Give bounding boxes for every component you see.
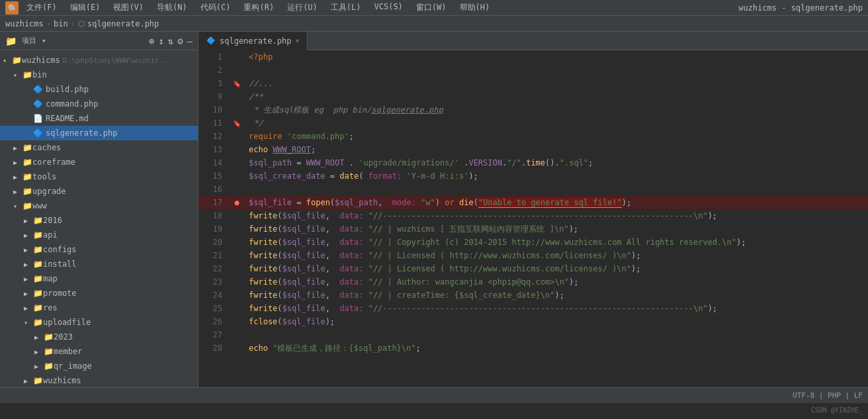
menu-help[interactable]: 帮助(H) bbox=[457, 1, 493, 15]
sidebar-settings-icon[interactable]: ⚙ bbox=[177, 36, 183, 46]
folder-icon: 📁 bbox=[22, 172, 32, 181]
arrow-icon: ▾ bbox=[13, 203, 22, 210]
tree-label: api bbox=[43, 230, 58, 240]
sidebar: 📁 项目 ▾ ⊕ ↕ ⇅ ⚙ — ▾ 📁 wuzhicms D:\phpStud… bbox=[0, 32, 198, 387]
tree-item-build[interactable]: 🔷 build.php bbox=[0, 82, 198, 97]
code-area[interactable]: 1 <?php 2 3 🔖 //... bbox=[198, 50, 868, 387]
table-row: 15 $sql_create_date = date( format: 'Y-m… bbox=[198, 169, 868, 183]
line-number: 25 bbox=[198, 302, 230, 315]
sidebar-dropdown-icon[interactable]: ▾ bbox=[42, 36, 46, 45]
line-content: //... bbox=[243, 77, 868, 90]
menu-view[interactable]: 视图(V) bbox=[110, 1, 146, 15]
sidebar-close-icon[interactable]: — bbox=[187, 36, 193, 46]
arrow-icon: ▶ bbox=[24, 304, 33, 312]
arrow-icon: ▶ bbox=[13, 144, 22, 152]
line-content: $sql_file = fopen($sql_path, mode: "w") … bbox=[243, 196, 868, 209]
folder-icon: 📁 bbox=[33, 230, 43, 240]
menu-refactor[interactable]: 重构(R) bbox=[241, 1, 277, 15]
folder-icon: 📁 bbox=[33, 318, 43, 327]
tree-item-api[interactable]: ▶ 📁 api bbox=[0, 228, 198, 242]
line-gutter bbox=[230, 64, 243, 77]
line-content: fwrite($sql_file, data: "// | Licensed (… bbox=[243, 262, 868, 275]
line-content: echo WWW_ROOT; bbox=[243, 143, 868, 156]
tree-item-uploadfile[interactable]: ▾ 📁 uploadfile bbox=[0, 315, 198, 330]
tree-item-2016[interactable]: ▶ 📁 2016 bbox=[0, 213, 198, 228]
breadcrumb-part3[interactable]: ⬡ bbox=[78, 19, 85, 28]
line-content: fwrite($sql_file, data: "//-------------… bbox=[243, 209, 868, 222]
tree-label: res bbox=[43, 303, 58, 312]
folder-icon: 📁 bbox=[22, 187, 32, 196]
tree-label: wuzhicms bbox=[43, 376, 81, 385]
sidebar-icon2[interactable]: ↕ bbox=[158, 36, 163, 46]
arrow-icon: ▾ bbox=[13, 71, 22, 79]
menu-code[interactable]: 代码(C) bbox=[198, 1, 234, 15]
line-content bbox=[243, 183, 868, 196]
tree-item-root[interactable]: ▾ 📁 wuzhicms D:\phpStudy\WWW\wuzhic... bbox=[0, 53, 198, 68]
line-content: $sql_create_date = date( format: 'Y-m-d … bbox=[243, 169, 868, 183]
tree-label: bin bbox=[32, 70, 47, 79]
arrow-icon: ▶ bbox=[13, 173, 22, 181]
folder-icon: 📁 bbox=[33, 216, 43, 225]
table-row: 2 bbox=[198, 64, 868, 77]
window-title: wuzhicms - sqlgenerate.php bbox=[738, 3, 863, 13]
tree-item-wuzhicms[interactable]: ▶ 📁 wuzhicms bbox=[0, 373, 198, 387]
line-content: fclose($sql_file); bbox=[243, 315, 868, 328]
table-row: 1 <?php bbox=[198, 50, 868, 64]
menu-navigate[interactable]: 导航(N) bbox=[154, 1, 190, 15]
arrow-icon: ▶ bbox=[34, 348, 44, 355]
sidebar-icon1[interactable]: ⊕ bbox=[149, 36, 154, 46]
php-icon: 🔷 bbox=[33, 128, 43, 138]
tree-item-member[interactable]: ▶ 📁 member bbox=[0, 344, 198, 359]
tree-item-tools[interactable]: ▶ 📁 tools bbox=[0, 169, 198, 184]
tree-item-install[interactable]: ▶ 📁 install bbox=[0, 257, 198, 271]
menu-window[interactable]: 窗口(W) bbox=[413, 1, 449, 15]
table-row: 11 🔖 */ bbox=[198, 116, 868, 130]
tree-label: sqlgenerate.php bbox=[46, 128, 117, 138]
line-gutter bbox=[230, 289, 243, 302]
tree-item-configs[interactable]: ▶ 📁 configs bbox=[0, 242, 198, 257]
tree-item-caches[interactable]: ▶ 📁 caches bbox=[0, 140, 198, 155]
folder-icon: 📁 bbox=[33, 274, 43, 283]
tree-item-res[interactable]: ▶ 📁 res bbox=[0, 301, 198, 315]
table-row: 13 echo WWW_ROOT; bbox=[198, 143, 868, 156]
tree-item-readme[interactable]: 📄 README.md bbox=[0, 111, 198, 126]
tree-label: map bbox=[43, 274, 58, 283]
tree-label: member bbox=[54, 347, 82, 356]
tab-sqlgenerate[interactable]: 🔷 sqlgenerate.php × bbox=[198, 32, 308, 50]
menu-tools[interactable]: 工具(L) bbox=[328, 1, 364, 15]
menu-run[interactable]: 运行(U) bbox=[284, 1, 320, 15]
tree-item-www[interactable]: ▾ 📁 www bbox=[0, 199, 198, 213]
breadcrumb-file[interactable]: sqlgenerate.php bbox=[87, 19, 159, 28]
breadcrumb-part2[interactable]: bin bbox=[54, 19, 68, 28]
tree-item-bin[interactable]: ▾ 📁 bin bbox=[0, 68, 198, 82]
menu-edit[interactable]: 编辑(E) bbox=[67, 1, 103, 15]
line-number: 20 bbox=[198, 236, 230, 249]
tree-item-sqlgenerate[interactable]: 🔷 sqlgenerate.php bbox=[0, 126, 198, 140]
line-content: fwrite($sql_file, data: "// | Copyright … bbox=[243, 236, 868, 249]
line-content: fwrite($sql_file, data: "// | wuzhicms [… bbox=[243, 222, 868, 236]
tree-label: qr_image bbox=[54, 361, 92, 371]
tree-label: upgrade bbox=[32, 187, 66, 196]
tree-item-map[interactable]: ▶ 📁 map bbox=[0, 271, 198, 286]
bookmark-icon: 🔖 bbox=[233, 120, 241, 127]
line-gutter bbox=[230, 222, 243, 236]
tree-item-command[interactable]: 🔷 command.php bbox=[0, 97, 198, 111]
line-content: require 'command.php'; bbox=[243, 130, 868, 143]
tab-close-button[interactable]: × bbox=[295, 37, 299, 44]
menu-vcs[interactable]: VCS(S) bbox=[372, 1, 406, 15]
folder-icon: 📁 bbox=[22, 143, 32, 152]
tree-item-promote[interactable]: ▶ 📁 promote bbox=[0, 286, 198, 301]
tree-item-upgrade[interactable]: ▶ 📁 upgrade bbox=[0, 184, 198, 199]
tree-item-qr-image[interactable]: ▶ 📁 qr_image bbox=[0, 359, 198, 373]
line-content: * 生成sql模板 eg php bin/sqlgenerate.php bbox=[243, 103, 868, 116]
arrow-icon: ▾ bbox=[3, 57, 12, 64]
menu-file[interactable]: 文件(F) bbox=[24, 1, 60, 15]
line-gutter: ● bbox=[230, 196, 243, 209]
table-row: 10 * 生成sql模板 eg php bin/sqlgenerate.php bbox=[198, 103, 868, 116]
sidebar-icon3[interactable]: ⇅ bbox=[168, 36, 173, 46]
tree-item-coreframe[interactable]: ▶ 📁 coreframe bbox=[0, 155, 198, 169]
breadcrumb-part1[interactable]: wuzhicms bbox=[5, 19, 44, 28]
tree-item-2023[interactable]: ▶ 📁 2023 bbox=[0, 330, 198, 344]
line-gutter bbox=[230, 143, 243, 156]
line-number: 19 bbox=[198, 222, 230, 236]
